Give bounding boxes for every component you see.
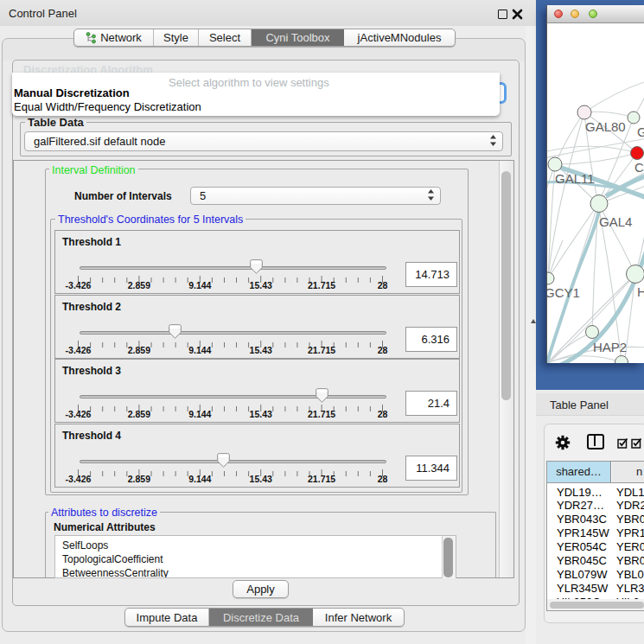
svg-text:GA: GA (637, 124, 644, 139)
svg-text:GCY1: GCY1 (547, 285, 580, 300)
svg-text:GAL4: GAL4 (599, 214, 632, 229)
svg-text:HAP2: HAP2 (593, 340, 627, 354)
svg-text:H: H (637, 284, 644, 299)
svg-text:GAL11: GAL11 (555, 171, 595, 186)
svg-text:GAL80: GAL80 (585, 119, 626, 134)
svg-text:C: C (634, 160, 644, 175)
